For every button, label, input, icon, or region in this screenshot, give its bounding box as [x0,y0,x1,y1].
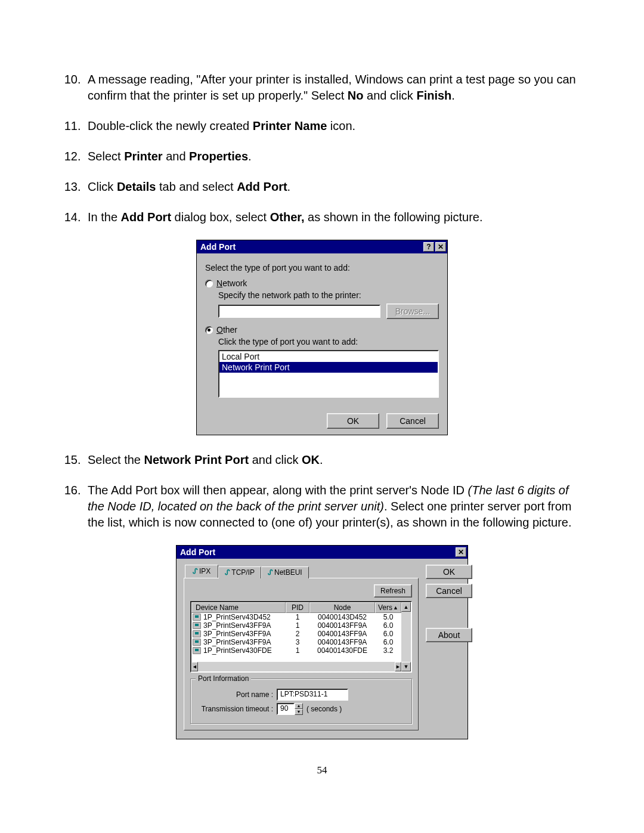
cancel-button[interactable]: Cancel [386,413,439,429]
cancel-button[interactable]: Cancel [426,584,472,598]
col-device-name[interactable]: Device Name [191,602,286,613]
timeout-stepper[interactable]: 90 ▲ ▼ [277,703,303,715]
tab-tcpip[interactable]: ᔑTCP/IP [218,566,261,578]
instructions-block-2: Select the Network Print Port and click … [57,452,587,531]
ok-button[interactable]: OK [327,413,379,429]
network-icon: ᔑ [268,568,272,577]
tab-ipx[interactable]: ᔑIPX [185,565,218,578]
add-port-dialog-tabbed: Add Port ✕ ᔑIPX ᔑTCP/IP ᔑNetBEUI Refresh [176,545,468,739]
network-icon: ᔑ [193,567,197,575]
scroll-right-icon[interactable]: ► [395,662,401,671]
close-icon[interactable]: ✕ [435,242,446,252]
vertical-scrollbar[interactable]: ▲ ▼ [401,602,411,671]
printer-icon [193,622,201,629]
timeout-unit: ( seconds ) [306,705,342,713]
port-information-group: Port Information Port name : LPT:PSD311-… [190,679,412,724]
about-button[interactable]: About [426,628,472,642]
dialog-title: Add Port [200,242,236,252]
list-item[interactable]: Local Port [219,351,438,362]
help-icon[interactable]: ? [423,242,434,252]
scroll-left-icon[interactable]: ◄ [191,662,198,671]
table-header: Device Name PID Node Vers▲ [191,602,401,613]
table-row[interactable]: 3P_PrintServ43FF9A100400143FF9A6.0 [191,621,401,630]
printer-icon [193,647,201,654]
printer-icon [193,630,201,637]
scroll-up-icon[interactable]: ▲ [401,602,411,612]
col-node[interactable]: Node [309,602,375,613]
scroll-down-icon[interactable]: ▼ [401,662,411,671]
network-icon: ᔑ [225,568,229,577]
step-11: Double-click the newly created Printer N… [84,118,587,134]
port-name-label: Port name : [197,690,273,699]
radio-other-label: ther [223,325,237,335]
table-row[interactable]: 1P_PrintServ43D452100400143D4525.0 [191,613,401,621]
port-type-list[interactable]: Local Port Network Print Port [218,350,439,398]
add-port-dialog: Add Port ? ✕ Select the type of port you… [196,240,448,435]
list-item-selected[interactable]: Network Print Port [219,362,438,373]
col-pid[interactable]: PID [286,602,309,613]
table-row[interactable]: 1P_PrintServ430FDE1004001430FDE3.2 [191,646,401,655]
step-15: Select the Network Print Port and click … [84,452,587,468]
dialog-title: Add Port [180,547,215,557]
browse-button[interactable]: Browse... [386,304,439,319]
timeout-label: Transmission timeout : [197,705,273,713]
table-row[interactable]: 3P_PrintServ43FF9A200400143FF9A6.0 [191,630,401,638]
radio-other[interactable] [205,326,213,334]
page-number: 54 [57,764,587,776]
table-row[interactable]: 3P_PrintServ43FF9A300400143FF9A6.0 [191,638,401,646]
printer-icon [193,614,201,621]
network-sub-label: Specify the network path to the printer: [218,290,439,300]
step-14: In the Add Port dialog box, select Other… [84,209,587,225]
step-13: Click Details tab and select Add Port. [84,179,587,195]
network-path-input[interactable] [218,305,380,318]
titlebar[interactable]: Add Port ✕ [177,546,467,559]
radio-network-label: etwork [222,278,247,288]
intro-label: Select the type of port you want to add: [205,263,439,272]
ok-button[interactable]: OK [426,565,472,579]
step-16: The Add Port box will then appear, along… [84,482,587,531]
close-icon[interactable]: ✕ [456,547,466,557]
tab-netbeui[interactable]: ᔑNetBEUI [261,566,309,578]
radio-network[interactable] [205,280,213,287]
sort-asc-icon: ▲ [393,605,398,611]
other-sub-label: Click the type of port you want to add: [218,337,439,346]
device-table[interactable]: Device Name PID Node Vers▲ 1P_PrintServ4… [190,601,412,673]
instructions-block: A message reading, "After your printer i… [57,72,587,225]
printer-icon [193,639,201,646]
step-10: A message reading, "After your printer i… [84,72,587,104]
port-name-input[interactable]: LPT:PSD311-1 [277,689,348,701]
horizontal-scrollbar[interactable]: ◄ ► [191,662,401,671]
spin-up-icon[interactable]: ▲ [295,703,303,709]
titlebar[interactable]: Add Port ? ✕ [197,240,447,253]
refresh-button[interactable]: Refresh [374,584,412,597]
group-title: Port Information [196,674,251,683]
col-vers[interactable]: Vers▲ [375,602,401,613]
spin-down-icon[interactable]: ▼ [295,709,303,715]
step-12: Select Printer and Properties. [84,148,587,165]
